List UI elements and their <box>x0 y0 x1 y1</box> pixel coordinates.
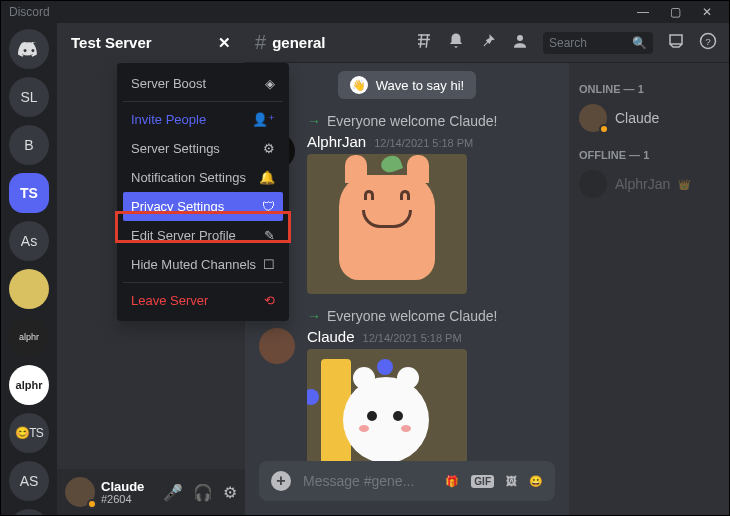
message-author[interactable]: AlphrJan <box>307 133 366 150</box>
guild-home[interactable] <box>9 29 49 69</box>
titlebar: Discord — ▢ ✕ <box>1 1 729 23</box>
inbox-icon[interactable] <box>667 32 685 54</box>
guild-item[interactable]: As <box>9 221 49 261</box>
menu-hide-muted[interactable]: Hide Muted Channels ☐ <box>123 250 283 279</box>
notifications-icon[interactable] <box>447 32 465 54</box>
members-icon[interactable] <box>511 32 529 54</box>
server-header[interactable]: Test Server ✕ <box>57 23 245 63</box>
join-arrow-icon: → <box>307 308 321 324</box>
pinned-icon[interactable] <box>479 32 497 54</box>
hash-icon: # <box>255 31 266 54</box>
guild-item[interactable]: B <box>9 125 49 165</box>
gif-button[interactable]: GIF <box>471 475 494 488</box>
checkbox-icon: ☐ <box>263 257 275 272</box>
sticker-button[interactable]: 🖼 <box>506 475 517 487</box>
mute-icon[interactable]: 🎤 <box>163 483 183 502</box>
user-name: Claude <box>101 480 144 493</box>
boost-icon: ◈ <box>265 76 275 91</box>
gear-icon: ⚙ <box>263 141 275 156</box>
shield-icon: 🛡 <box>262 199 275 214</box>
menu-server-boost[interactable]: Server Boost ◈ <box>123 69 283 98</box>
avatar[interactable] <box>259 328 295 364</box>
wave-icon: 👋 <box>350 76 368 94</box>
crown-icon: 👑 <box>678 179 690 190</box>
message-input[interactable]: + Message #gene... 🎁 GIF 🖼 😀 <box>259 461 555 501</box>
pencil-icon: ✎ <box>264 228 275 243</box>
sticker[interactable] <box>307 154 467 294</box>
bell-icon: 🔔 <box>259 170 275 185</box>
help-icon[interactable]: ? <box>699 32 717 54</box>
member-avatar <box>579 104 607 132</box>
leave-icon: ⟲ <box>264 293 275 308</box>
message-timestamp: 12/14/2021 5:18 PM <box>374 137 473 149</box>
member-avatar <box>579 170 607 198</box>
channel-sidebar: Server Boost ◈ Invite People 👤⁺ Server S… <box>57 63 245 515</box>
message-author[interactable]: Claude <box>307 328 355 345</box>
menu-notification-settings[interactable]: Notification Settings 🔔 <box>123 163 283 192</box>
search-placeholder: Search <box>549 36 587 50</box>
invite-icon: 👤⁺ <box>252 112 275 127</box>
guild-item[interactable]: alphr <box>9 317 49 357</box>
window-close[interactable]: ✕ <box>693 2 721 22</box>
settings-icon[interactable]: ⚙ <box>223 483 237 502</box>
message-timestamp: 12/14/2021 5:18 PM <box>363 332 462 344</box>
deafen-icon[interactable]: 🎧 <box>193 483 213 502</box>
server-name: Test Server <box>71 34 152 51</box>
window-minimize[interactable]: — <box>629 2 657 22</box>
channel-name: general <box>272 34 325 51</box>
join-arrow-icon: → <box>307 113 321 129</box>
menu-edit-server-profile[interactable]: Edit Server Profile ✎ <box>123 221 283 250</box>
emoji-button[interactable]: 😀 <box>529 475 543 488</box>
user-panel: Claude #2604 🎤 🎧 ⚙ <box>57 469 245 515</box>
guild-item-active[interactable]: TS <box>9 173 49 213</box>
member-item[interactable]: AlphrJan 👑 <box>579 167 719 201</box>
member-item[interactable]: Claude <box>579 101 719 135</box>
guild-item[interactable]: SL <box>9 77 49 117</box>
menu-invite-people[interactable]: Invite People 👤⁺ <box>123 105 283 134</box>
guild-item[interactable] <box>9 269 49 309</box>
app-name: Discord <box>9 5 50 19</box>
header: Test Server ✕ # general Search 🔍 ? <box>57 23 729 63</box>
members-online-header: ONLINE — 1 <box>579 83 719 95</box>
server-dropdown: Server Boost ◈ Invite People 👤⁺ Server S… <box>117 63 289 321</box>
close-icon[interactable]: ✕ <box>218 34 231 52</box>
window-maximize[interactable]: ▢ <box>661 2 689 22</box>
message: Claude 12/14/2021 5:18 PM <box>259 326 555 461</box>
input-placeholder: Message #gene... <box>303 473 433 489</box>
chat-area: 👋 Wave to say hi! → Everyone welcome Cla… <box>245 63 569 515</box>
guild-list: SL B TS As alphr alphr 😊TS AS as <box>1 23 57 515</box>
guild-item[interactable]: alphr <box>9 365 49 405</box>
user-tag: #2604 <box>101 493 144 505</box>
search-icon: 🔍 <box>632 36 647 50</box>
gift-icon[interactable]: 🎁 <box>445 475 459 488</box>
sticker[interactable] <box>307 349 467 461</box>
members-offline-header: OFFLINE — 1 <box>579 149 719 161</box>
member-list: ONLINE — 1 Claude OFFLINE — 1 AlphrJan 👑 <box>569 63 729 515</box>
system-message: → Everyone welcome Claude! <box>259 304 555 326</box>
guild-item[interactable]: 😊TS <box>9 413 49 453</box>
wave-banner[interactable]: 👋 Wave to say hi! <box>338 71 476 99</box>
system-message: → Everyone welcome Claude! <box>259 109 555 131</box>
search-input[interactable]: Search 🔍 <box>543 32 653 54</box>
user-avatar[interactable] <box>65 477 95 507</box>
menu-privacy-settings[interactable]: Privacy Settings 🛡 <box>123 192 283 221</box>
threads-icon[interactable] <box>415 32 433 54</box>
guild-item[interactable]: as <box>9 509 49 515</box>
svg-text:?: ? <box>705 35 711 46</box>
message: alphr AlphrJan 12/14/2021 5:18 PM <box>259 131 555 304</box>
menu-server-settings[interactable]: Server Settings ⚙ <box>123 134 283 163</box>
menu-leave-server[interactable]: Leave Server ⟲ <box>123 286 283 315</box>
attach-button[interactable]: + <box>271 471 291 491</box>
guild-item[interactable]: AS <box>9 461 49 501</box>
